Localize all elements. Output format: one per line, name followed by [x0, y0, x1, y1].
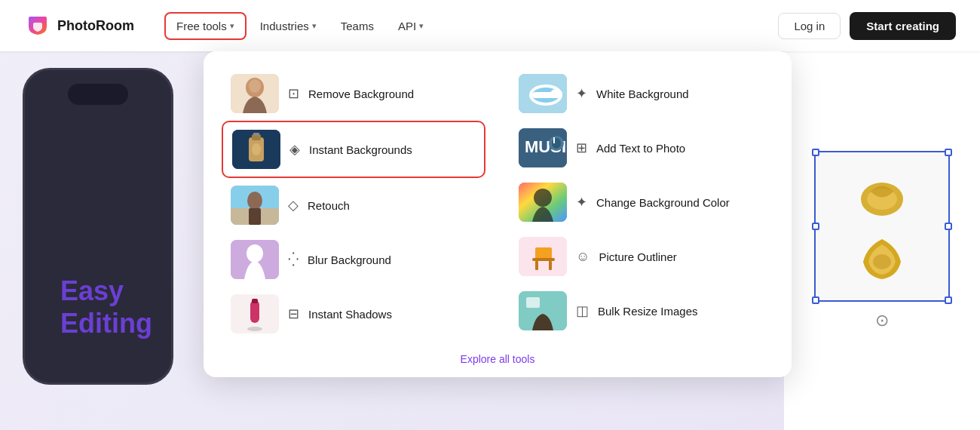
svg-point-13 [247, 192, 262, 210]
menu-label-bulk-resize: Bulk Resize Images [598, 305, 698, 318]
menu-label-white-bg: White Background [596, 88, 689, 100]
svg-rect-9 [253, 133, 259, 136]
menu-item-remove-bg[interactable]: ⊡ Remove Background [222, 66, 485, 121]
handle-ml[interactable] [812, 223, 819, 230]
navbar: PhotoRoom Free tools ▾ Industries ▾ Team… [0, 0, 980, 51]
svg-point-31 [552, 138, 561, 149]
add-text-icon: ⊞ [576, 140, 587, 156]
chevron-down-icon: ▾ [419, 21, 424, 31]
svg-rect-37 [532, 258, 555, 261]
menu-thumb-blur-bg [231, 240, 279, 279]
hero-text: Easy Editing [60, 275, 152, 339]
menu-thumb-instant-bg [232, 130, 280, 169]
handle-bl[interactable] [812, 296, 819, 304]
svg-point-2 [873, 254, 891, 269]
explore-all-tools-link[interactable]: Explore all tools [222, 353, 773, 365]
chevron-down-icon: ▾ [230, 21, 234, 31]
nav-teams[interactable]: Teams [330, 14, 384, 38]
start-creating-button[interactable]: Start creating [850, 12, 956, 40]
logo[interactable]: PhotoRoom [24, 12, 134, 39]
free-tools-dropdown: ⊡ Remove Background ◈ Instant Background… [204, 51, 792, 377]
svg-rect-20 [250, 300, 259, 323]
logo-icon [24, 12, 51, 39]
menu-item-instant-shadows[interactable]: ⊟ Instant Shadows [222, 287, 485, 341]
svg-rect-38 [535, 261, 538, 270]
retouch-icon: ◇ [288, 197, 299, 213]
menu-item-bulk-resize[interactable]: ◫ Bulk Resize Images [510, 284, 773, 338]
svg-rect-42 [526, 297, 540, 308]
logo-text: PhotoRoom [57, 18, 134, 34]
handle-tl[interactable] [812, 149, 819, 156]
menu-thumb-white-bg [519, 74, 567, 113]
menu-item-retouch[interactable]: ◇ Retouch [222, 178, 485, 232]
svg-point-22 [247, 327, 262, 331]
menu-label-picture-outliner: Picture Outliner [599, 250, 676, 263]
dropdown-left-col: ⊡ Remove Background ◈ Instant Background… [222, 66, 485, 341]
menu-label-blur-bg: Blur Background [308, 253, 391, 266]
menu-label-retouch: Retouch [308, 199, 350, 212]
nav-items: Free tools ▾ Industries ▾ Teams API ▾ [164, 12, 778, 40]
svg-point-10 [252, 143, 261, 155]
jewelry-selection-box [814, 151, 950, 302]
menu-thumb-instant-shadows [231, 294, 279, 333]
instant-shadows-icon: ⊟ [288, 306, 299, 322]
right-preview-panel: ⊙ [784, 51, 980, 430]
bulk-resize-icon: ◫ [576, 303, 589, 319]
nav-industries[interactable]: Industries ▾ [250, 14, 327, 38]
svg-rect-15 [249, 208, 261, 225]
login-button[interactable]: Log in [778, 13, 841, 39]
dropdown-grid: ⊡ Remove Background ◈ Instant Background… [222, 66, 773, 341]
menu-thumb-add-text: MUSIC [519, 128, 567, 167]
instant-bg-icon: ◈ [289, 141, 300, 158]
svg-point-34 [534, 189, 552, 207]
dropdown-right-col: ✦ White Background MUSIC ⊞ Add Text to P… [510, 66, 773, 341]
svg-point-5 [249, 79, 261, 93]
menu-item-picture-outliner[interactable]: ☺ Picture Outliner [510, 229, 773, 284]
menu-thumb-picture-outliner [519, 237, 567, 276]
svg-point-18 [247, 244, 263, 263]
nav-api[interactable]: API ▾ [387, 14, 434, 38]
menu-thumb-retouch [231, 186, 279, 225]
handle-mr[interactable] [945, 223, 952, 230]
change-bg-color-icon: ✦ [576, 194, 587, 210]
nav-right: Log in Start creating [778, 12, 956, 40]
menu-thumb-change-bg-color [519, 183, 567, 222]
handle-tr[interactable] [945, 149, 952, 156]
svg-rect-32 [553, 137, 555, 143]
earring-top [856, 173, 908, 226]
nav-free-tools[interactable]: Free tools ▾ [164, 12, 247, 40]
blur-bg-icon: ⁛ [288, 251, 299, 268]
chevron-down-icon: ▾ [312, 21, 317, 31]
menu-item-change-bg-color[interactable]: ✦ Change Background Color [510, 175, 773, 229]
menu-item-instant-bg[interactable]: ◈ Instant Backgrounds [222, 121, 485, 178]
picture-outliner-icon: ☺ [576, 249, 590, 265]
menu-label-add-text: Add Text to Photo [596, 142, 685, 155]
svg-rect-21 [252, 299, 258, 303]
menu-thumb-remove-bg [231, 74, 279, 113]
menu-label-instant-shadows: Instant Shadows [308, 308, 392, 321]
svg-point-27 [550, 89, 562, 98]
menu-label-instant-bg: Instant Backgrounds [309, 143, 412, 156]
remove-bg-icon: ⊡ [288, 85, 299, 102]
handle-br[interactable] [945, 296, 952, 304]
svg-rect-39 [549, 261, 552, 270]
white-bg-icon: ✦ [576, 85, 587, 102]
svg-rect-36 [535, 247, 552, 260]
menu-thumb-bulk-resize [519, 291, 567, 330]
rotate-icon[interactable]: ⊙ [875, 311, 889, 330]
earring-bottom [859, 235, 905, 281]
menu-label-remove-bg: Remove Background [308, 88, 414, 100]
menu-label-change-bg-color: Change Background Color [596, 196, 730, 209]
menu-item-add-text[interactable]: MUSIC ⊞ Add Text to Photo [510, 121, 773, 175]
menu-item-blur-bg[interactable]: ⁛ Blur Background [222, 232, 485, 287]
menu-item-white-bg[interactable]: ✦ White Background [510, 66, 773, 121]
